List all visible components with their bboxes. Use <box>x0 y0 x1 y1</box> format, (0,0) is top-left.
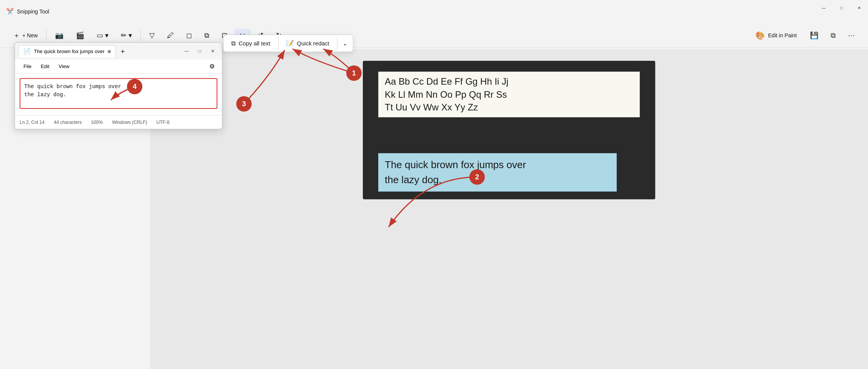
alphabet-strip: Aa Bb Cc Dd Ee Ff Gg Hh Ii Jj Kk Ll Mm N… <box>378 72 640 117</box>
paint-icon: 🎨 <box>755 31 765 40</box>
copy-all-text-icon: ⧉ <box>231 40 235 47</box>
screenshot-image: Aa Bb Cc Dd Ee Ff Gg Hh Ii Jj Kk Ll Mm N… <box>363 61 655 199</box>
notepad-tab-title: The quick brown fox jumps over <box>34 48 105 54</box>
notepad-window: 📄 The quick brown fox jumps over ＋ — □ ✕… <box>15 42 222 129</box>
highlighted-text-line1: The quick brown fox jumps over <box>385 157 610 172</box>
notepad-close-button[interactable]: ✕ <box>207 46 219 57</box>
share-button[interactable]: ⧉ <box>825 29 841 42</box>
copy-all-text-button[interactable]: ⧉ Copy all text <box>224 35 278 52</box>
highlighted-text-line2: the lazy dog. <box>385 172 610 187</box>
close-button[interactable]: ✕ <box>850 0 868 15</box>
new-button[interactable]: ＋ + New <box>8 29 43 42</box>
encoding: UTF-8 <box>156 120 169 125</box>
pen-icon: ✏ ▾ <box>121 32 132 39</box>
quick-redact-button[interactable]: 📝 Quick redact <box>279 35 337 52</box>
quick-redact-icon: 📝 <box>286 40 294 47</box>
maximize-button[interactable]: □ <box>833 0 850 15</box>
copy-button[interactable]: ⧉ <box>199 29 215 42</box>
video-button[interactable]: 🎬 <box>70 29 90 42</box>
edit-in-paint-button[interactable]: 🎨 Edit in Paint <box>749 28 803 43</box>
shape-button[interactable]: ▭ ▾ <box>91 29 114 42</box>
more-icon: ⋯ <box>848 32 855 39</box>
notepad-tab[interactable]: 📄 The quick brown fox jumps over <box>18 45 116 57</box>
shape-icon: ▭ ▾ <box>97 32 108 39</box>
toolbar-divider-1 <box>46 30 47 41</box>
title-bar: ✂️ Snipping Tool — □ ✕ <box>0 0 868 23</box>
eraser-button[interactable]: ◻ <box>181 29 197 42</box>
cursor-position: Ln 2, Col 14 <box>20 120 45 125</box>
notepad-title-bar: 📄 The quick brown fox jumps over ＋ — □ ✕ <box>15 43 222 60</box>
save-button[interactable]: 💾 <box>805 29 824 42</box>
chevron-button[interactable]: ⌄ <box>337 36 353 51</box>
notepad-settings-button[interactable]: ⚙ <box>207 61 217 72</box>
add-tab-button[interactable]: ＋ <box>117 46 128 57</box>
notepad-win-controls: — □ ✕ <box>180 46 219 57</box>
save-icon: 💾 <box>810 32 818 39</box>
new-label: + New <box>22 32 38 38</box>
filter-button[interactable]: ▽ <box>144 29 160 42</box>
quick-redact-label: Quick redact <box>297 40 329 47</box>
alphabet-text-line2: Kk Ll Mm Nn Oo Pp Qq Rr Ss <box>385 88 633 101</box>
video-icon: 🎬 <box>76 32 84 39</box>
file-menu[interactable]: File <box>20 62 35 71</box>
view-menu[interactable]: View <box>55 62 73 71</box>
copy-all-text-label: Copy all text <box>239 40 270 47</box>
share-icon: ⧉ <box>831 32 836 39</box>
notepad-maximize-button[interactable]: □ <box>194 46 206 57</box>
text-actions-popup: ⧉ Copy all text 📝 Quick redact ⌄ <box>223 35 353 52</box>
line-ending: Windows (CRLF) <box>112 120 147 125</box>
pen-button[interactable]: ✏ ▾ <box>115 29 137 42</box>
marker-icon: 🖊 <box>167 32 174 39</box>
highlighted-text-strip: The quick brown fox jumps over the lazy … <box>378 153 617 192</box>
character-count: 44 characters <box>54 120 82 125</box>
filter-icon: ▽ <box>149 32 155 39</box>
notepad-content: The quick brown fox jumps over the lazy … <box>15 73 222 115</box>
more-button[interactable]: ⋯ <box>843 29 860 42</box>
edit-menu[interactable]: Edit <box>37 62 53 71</box>
camera-icon: 📷 <box>55 32 63 39</box>
marker-button[interactable]: 🖊 <box>162 29 179 42</box>
minimize-button[interactable]: — <box>815 0 833 15</box>
alphabet-text-line1: Aa Bb Cc Dd Ee Ff Gg Hh Ii Jj <box>385 75 633 88</box>
toolbar-divider-2 <box>140 30 141 41</box>
app-icon: ✂️ <box>6 8 14 15</box>
notepad-tab-icon: 📄 <box>23 48 31 55</box>
app-title: Snipping Tool <box>17 8 49 15</box>
main-image-area: Aa Bb Cc Dd Ee Ff Gg Hh Ii Jj Kk Ll Mm N… <box>150 49 868 369</box>
eraser-icon: ◻ <box>186 32 192 39</box>
alphabet-text-line3: Tt Uu Vv Ww Xx Yy Zz <box>385 101 633 114</box>
new-icon: ＋ <box>13 32 20 39</box>
copy-icon: ⧉ <box>204 32 209 39</box>
notepad-menu-bar: File Edit View ⚙ <box>15 60 222 73</box>
window-controls: — □ ✕ <box>815 0 868 15</box>
notepad-unsaved-dot <box>108 50 111 53</box>
notepad-text-area[interactable]: The quick brown fox jumps over the lazy … <box>20 78 217 109</box>
zoom-level: 100% <box>91 120 103 125</box>
title-bar-left: ✂️ Snipping Tool <box>6 8 49 15</box>
notepad-minimize-button[interactable]: — <box>180 46 193 57</box>
notepad-status-bar: Ln 2, Col 14 44 characters 100% Windows … <box>15 115 222 129</box>
edit-in-paint-label: Edit in Paint <box>768 32 797 38</box>
chevron-down-icon: ⌄ <box>343 40 347 47</box>
camera-button[interactable]: 📷 <box>50 29 69 42</box>
toolbar-right: 🎨 Edit in Paint 💾 ⧉ ⋯ <box>749 28 860 43</box>
